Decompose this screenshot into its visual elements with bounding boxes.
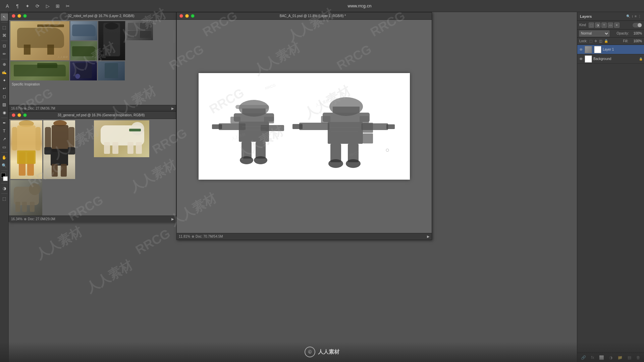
- doc-window-main: BAC_A_01.psd @ 11.8% (Layer 1, RGB/8) *: [176, 12, 432, 240]
- doc-titlebar-2: 33_general_ref.psd @ 16.3% (General Insp…: [9, 112, 176, 119]
- zoom-level-3: 11.81%: [179, 235, 190, 238]
- pen-tool[interactable]: ✒: [1, 119, 8, 127]
- doc-titlebar-3: BAC_A_01.psd @ 11.8% (Layer 1, RGB/8) *: [177, 12, 432, 20]
- minimize-button-3[interactable]: [185, 14, 189, 18]
- layer-mask-thumb-layer1: [594, 46, 601, 53]
- path-tool[interactable]: ↗: [1, 135, 8, 143]
- shape-tool[interactable]: ▭: [1, 143, 8, 151]
- hand-tool[interactable]: ✋: [1, 154, 8, 161]
- stamp-tool[interactable]: ✦: [1, 77, 8, 84]
- ref-img-soldier-gear: [98, 61, 125, 80]
- toolbar-type-icon[interactable]: A: [3, 2, 11, 10]
- filter-toggle[interactable]: [633, 23, 642, 27]
- svg-rect-25: [360, 116, 369, 123]
- lasso-tool[interactable]: ⌘: [1, 32, 8, 39]
- select-tool[interactable]: ⬚: [1, 24, 8, 31]
- toolbar-grid-icon[interactable]: ⊞: [54, 2, 62, 10]
- filter-shape-btn[interactable]: ▭: [608, 22, 613, 28]
- lock-position-icon[interactable]: ✛: [594, 39, 597, 43]
- opacity-value: 100%: [630, 32, 642, 35]
- svg-rect-21: [292, 124, 303, 129]
- svg-rect-8: [264, 117, 274, 123]
- zoom-icon-1[interactable]: ⊕: [24, 107, 26, 110]
- blend-mode-select[interactable]: Normal: [579, 31, 609, 37]
- site-logo: © 人人素材: [305, 347, 339, 357]
- svg-rect-7: [230, 117, 240, 123]
- expand-icon-1[interactable]: ▶: [171, 107, 174, 110]
- eraser-tool[interactable]: ◻: [1, 93, 8, 100]
- move-tool[interactable]: ↖: [1, 13, 8, 21]
- toolbar-scissor-icon[interactable]: ✂: [64, 2, 72, 10]
- maximize-button-2[interactable]: [23, 113, 27, 117]
- ref-grid-1: 人人素材: [9, 20, 176, 82]
- doc-footer-2: 16.34% ⊕ Doc: 27.0M/29.0M ▶: [9, 216, 176, 222]
- ref-img-boxer: [43, 120, 75, 179]
- tool-separator-5: [1, 152, 7, 153]
- lock-all-icon[interactable]: 🔒: [604, 39, 608, 43]
- watermark-22: RRCG: [133, 226, 173, 257]
- tool-separator-8: [1, 193, 7, 194]
- minimize-button-1[interactable]: [17, 14, 21, 18]
- svg-rect-4: [219, 123, 246, 130]
- more-layers-icon[interactable]: ⋮: [638, 14, 641, 18]
- eyedropper-tool[interactable]: ✏: [1, 50, 8, 58]
- scroll-indicator-1[interactable]: [173, 30, 175, 43]
- svg-rect-20: [299, 123, 329, 130]
- filter-text-btn[interactable]: T: [601, 22, 607, 28]
- logo-circle-icon: ©: [305, 347, 315, 357]
- eye-icon-background[interactable]: 👁: [579, 57, 583, 61]
- filter-smart-btn[interactable]: ✦: [614, 22, 620, 28]
- maximize-button-3[interactable]: [191, 14, 195, 18]
- tool-separator-2: [1, 41, 7, 41]
- filter-adj-btn[interactable]: ◑: [595, 22, 600, 28]
- brush-tool[interactable]: ✍: [1, 69, 8, 76]
- close-button-1[interactable]: [12, 14, 15, 18]
- filter-pixel-btn[interactable]: ⬚: [589, 22, 594, 28]
- ref-img-helicopter: 人人素材: [10, 21, 69, 60]
- layer-item-background[interactable]: 👁 Background 🔒: [577, 54, 644, 64]
- history-tool[interactable]: ↩: [1, 85, 8, 92]
- close-button-3[interactable]: [179, 14, 183, 18]
- close-button-2[interactable]: [12, 113, 15, 117]
- zoom-tool[interactable]: 🔍: [1, 162, 8, 169]
- blur-tool[interactable]: ◉: [1, 109, 8, 116]
- gradient-tool[interactable]: ▨: [1, 101, 8, 108]
- layer-name-background: Background: [593, 57, 638, 61]
- ref-img-dog-white: [94, 120, 149, 157]
- svg-point-28: [328, 159, 343, 168]
- filter-type-buttons: ⬚ ◑ T ▭ ✦: [589, 22, 620, 28]
- eye-icon-layer1[interactable]: 👁: [579, 47, 583, 52]
- doc-content-1: 人人素材: [9, 20, 176, 105]
- toolbar-para-icon[interactable]: ¶: [13, 2, 21, 10]
- expand-icon-3[interactable]: ▶: [427, 235, 430, 238]
- toolbar-play-icon[interactable]: ▷: [44, 2, 52, 10]
- zoom-icon-3[interactable]: ⊕: [192, 235, 194, 238]
- layers-title: Layers: [580, 14, 592, 18]
- toolbar-icons: A ¶ ✦ ⟳ ▷ ⊞ ✂: [0, 2, 75, 10]
- heal-tool[interactable]: ⊕: [1, 61, 8, 68]
- ref-img-empty: [76, 120, 93, 179]
- lock-artboard-icon[interactable]: ◫: [599, 39, 602, 43]
- expand-icon-2[interactable]: ▶: [171, 217, 174, 221]
- doc-size-3: Doc: 70.7M/54.5M: [196, 235, 223, 238]
- screen-mode-tool[interactable]: ⬚: [1, 195, 8, 202]
- sort-layers-icon[interactable]: ↕: [632, 14, 633, 18]
- layer-lock-icon: 🔒: [639, 57, 643, 61]
- toolbar-rotate-icon[interactable]: ⟳: [34, 2, 42, 10]
- minimize-button-2[interactable]: [17, 113, 21, 117]
- toolbar-star-icon[interactable]: ✦: [23, 2, 32, 10]
- svg-rect-31: [363, 133, 373, 143]
- type-tool[interactable]: T: [1, 127, 8, 135]
- lock-pixels-icon[interactable]: ⬚: [589, 39, 592, 43]
- color-swatches[interactable]: [1, 173, 8, 181]
- search-layers-icon[interactable]: 🔍: [626, 14, 630, 18]
- quick-mask-tool[interactable]: ◑: [1, 185, 8, 192]
- crop-tool[interactable]: ⊡: [1, 42, 8, 50]
- svg-rect-30: [363, 123, 373, 133]
- zoom-icon-2[interactable]: ⊕: [24, 217, 26, 221]
- layer-item-layer1[interactable]: 👁 Layer 1: [577, 45, 644, 54]
- layer-thumb-background: [585, 55, 592, 63]
- layer-thumb-layer1: [585, 46, 592, 53]
- maximize-button-1[interactable]: [23, 14, 27, 18]
- filter-layers-icon[interactable]: ≡: [635, 14, 637, 18]
